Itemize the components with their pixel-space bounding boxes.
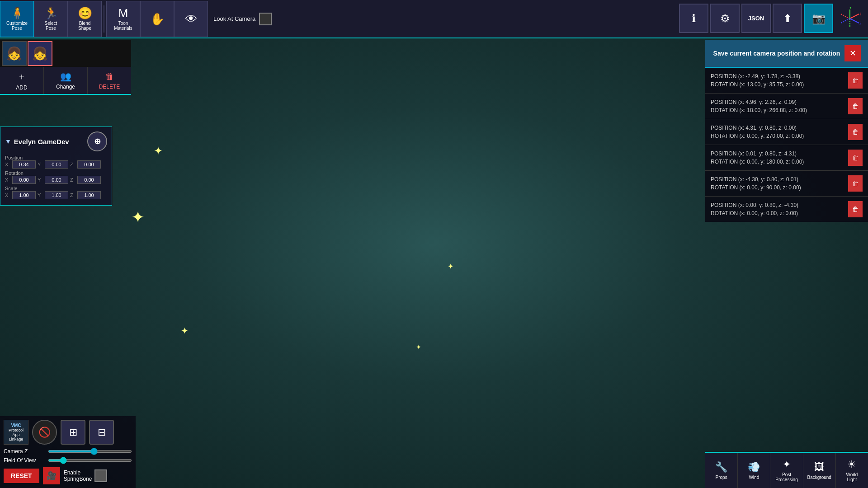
- svg-text:Z: Z: [859, 21, 861, 25]
- look-at-camera-container: Look At Camera: [208, 13, 277, 25]
- blend-shape-button[interactable]: 😊 Blend Shape: [68, 1, 102, 37]
- world-light-button[interactable]: ☀ World Light: [836, 453, 868, 488]
- bottom-buttons: RESET 🎥 Enable SpringBone: [4, 467, 132, 484]
- wind-button[interactable]: 💨 Wind: [738, 453, 770, 488]
- eye-icon: 👁: [185, 13, 197, 25]
- camera-pos-pos-1: POSITION (x: -2.49, y: 1.78, z: -3.38): [711, 72, 844, 80]
- upload-button[interactable]: ⬆: [773, 4, 802, 33]
- scale-y-input[interactable]: [45, 191, 68, 199]
- camera-z-label: Camera Z: [4, 448, 44, 455]
- trash-icon-2: 🗑: [852, 103, 859, 110]
- position-x-input[interactable]: [12, 160, 36, 169]
- field-of-view-slider[interactable]: [48, 459, 132, 462]
- post-processing-icon: ✦: [783, 459, 791, 470]
- app-linkage-button[interactable]: VMC Protocol App Linkage: [4, 420, 28, 445]
- character-name-row: ▼ Evelyn GameDev ⊕: [5, 131, 107, 151]
- add-icon: ＋: [17, 70, 26, 83]
- rotation-label: Rotation: [5, 170, 107, 176]
- scale-x-input[interactable]: [12, 191, 36, 199]
- delete-cam-btn-3[interactable]: 🗑: [848, 124, 863, 140]
- y-label-pos: Y: [38, 162, 43, 167]
- top-right-icons: ℹ ⚙ JSON ⬆ 📷 X Y Z: [679, 4, 868, 33]
- rotation-x-input[interactable]: [12, 176, 36, 184]
- toon-materials-label: Toon Materials: [108, 21, 138, 31]
- props-icon: 🔧: [715, 461, 727, 473]
- x-label-pos: X: [5, 162, 10, 167]
- look-at-camera-toggle[interactable]: [259, 13, 272, 25]
- avatar-panel: 👧 👧 ＋ ADD 👥 Change 🗑 DELETE: [0, 40, 131, 95]
- camera-pos-item-5[interactable]: POSITION (x: -4.30, y: 0.80, z: 0.01) RO…: [705, 171, 868, 197]
- delete-icon: 🗑: [105, 71, 114, 82]
- expand-icon: ⊞: [69, 427, 77, 438]
- wind-icon: 💨: [748, 461, 760, 473]
- toon-materials-icon: M: [118, 7, 128, 19]
- rotation-row: X Y Z: [5, 176, 107, 184]
- post-processing-label: Post Processing: [775, 472, 797, 482]
- post-processing-button[interactable]: ✦ Post Processing: [770, 453, 803, 488]
- grid-button[interactable]: ⊟: [89, 420, 114, 445]
- trash-icon-3: 🗑: [852, 128, 859, 136]
- delete-cam-btn-4[interactable]: 🗑: [848, 150, 863, 166]
- toon-materials-button[interactable]: M Toon Materials: [106, 1, 140, 37]
- close-camera-panel-button[interactable]: ✕: [844, 45, 861, 61]
- avatar-thumb-1[interactable]: 👧: [2, 41, 27, 66]
- camera-pos-item-6[interactable]: POSITION (x: 0.00, y: 0.80, z: -4.30) RO…: [705, 197, 868, 222]
- camera-pos-pos-4: POSITION (x: 0.01, y: 0.80, z: 4.31): [711, 150, 844, 158]
- delete-cam-btn-5[interactable]: 🗑: [848, 175, 863, 192]
- eye-off-button[interactable]: 🚫: [32, 420, 57, 445]
- hand-icon: ✋: [150, 13, 165, 25]
- position-label: Position: [5, 155, 107, 160]
- change-character-button[interactable]: 👥 Change: [44, 67, 88, 94]
- x-label-rot: X: [5, 177, 10, 183]
- avatar-thumbnails: 👧 👧: [0, 40, 131, 67]
- enable-springbone-checkbox[interactable]: [94, 469, 107, 482]
- delete-character-button[interactable]: 🗑 DELETE: [88, 67, 131, 94]
- customize-pose-label: Customize Pose: [6, 21, 28, 31]
- change-icon: 👥: [60, 71, 71, 82]
- camera-pos-item-2[interactable]: POSITION (x: 4.96, y: 2.26, z: 0.09) ROT…: [705, 94, 868, 119]
- json-button[interactable]: JSON: [741, 4, 771, 33]
- delete-cam-btn-1[interactable]: 🗑: [848, 72, 863, 89]
- customize-pose-button[interactable]: 🧍 Customize Pose: [0, 1, 34, 37]
- camera-pos-item-3[interactable]: POSITION (x: 4.31, y: 0.80, z: 0.00) ROT…: [705, 119, 868, 145]
- delete-cam-btn-2[interactable]: 🗑: [848, 98, 863, 114]
- z-label-rot: Z: [70, 177, 75, 183]
- background-button[interactable]: 🖼 Background: [803, 453, 836, 488]
- expand-button[interactable]: ⊞: [61, 420, 85, 445]
- trash-icon-6: 🗑: [852, 206, 859, 213]
- settings-icon: ⚙: [720, 12, 730, 25]
- camera-z-slider[interactable]: [48, 450, 132, 453]
- json-icon: JSON: [748, 15, 764, 22]
- position-z-input[interactable]: [77, 160, 101, 169]
- info-button[interactable]: ℹ: [679, 4, 708, 33]
- character-move-button[interactable]: ⊕: [87, 131, 107, 151]
- scale-z-input[interactable]: [77, 191, 101, 199]
- rotation-z-input[interactable]: [77, 176, 101, 184]
- eye-button[interactable]: 👁: [174, 1, 208, 37]
- camera-pos-item-4[interactable]: POSITION (x: 0.01, y: 0.80, z: 4.31) ROT…: [705, 145, 868, 171]
- camera-pos-item-1[interactable]: POSITION (x: -2.49, y: 1.78, z: -3.38) R…: [705, 68, 868, 94]
- camera-pos-text-6: POSITION (x: 0.00, y: 0.80, z: -4.30) RO…: [711, 201, 844, 217]
- camera-pos-text-5: POSITION (x: -4.30, y: 0.80, z: 0.01) RO…: [711, 175, 844, 192]
- delete-cam-btn-6[interactable]: 🗑: [848, 201, 863, 217]
- props-label: Props: [716, 475, 727, 480]
- z-label-scale: Z: [70, 192, 75, 198]
- field-of-view-row: Field Of View: [4, 457, 132, 464]
- add-character-button[interactable]: ＋ ADD: [0, 67, 44, 94]
- y-label-rot: Y: [38, 177, 43, 183]
- avatar-thumb-2[interactable]: 👧: [28, 41, 52, 66]
- reset-button[interactable]: RESET: [4, 469, 39, 483]
- save-camera-header: Save current camera position and rotatio…: [705, 40, 868, 68]
- info-icon: ℹ: [692, 12, 696, 25]
- blend-shape-icon: 😊: [78, 7, 92, 19]
- camera-button[interactable]: 📷: [804, 4, 833, 33]
- settings-button[interactable]: ⚙: [710, 4, 740, 33]
- props-button[interactable]: 🔧 Props: [705, 453, 738, 488]
- select-pose-button[interactable]: 🏃 Select Pose: [34, 1, 68, 37]
- hand-button[interactable]: ✋: [140, 1, 174, 37]
- add-label: ADD: [16, 84, 27, 91]
- rotation-y-input[interactable]: [45, 176, 68, 184]
- enable-springbone-container: Enable SpringBone: [64, 469, 108, 482]
- video-record-button[interactable]: 🎥: [43, 467, 60, 484]
- position-y-input[interactable]: [45, 160, 68, 169]
